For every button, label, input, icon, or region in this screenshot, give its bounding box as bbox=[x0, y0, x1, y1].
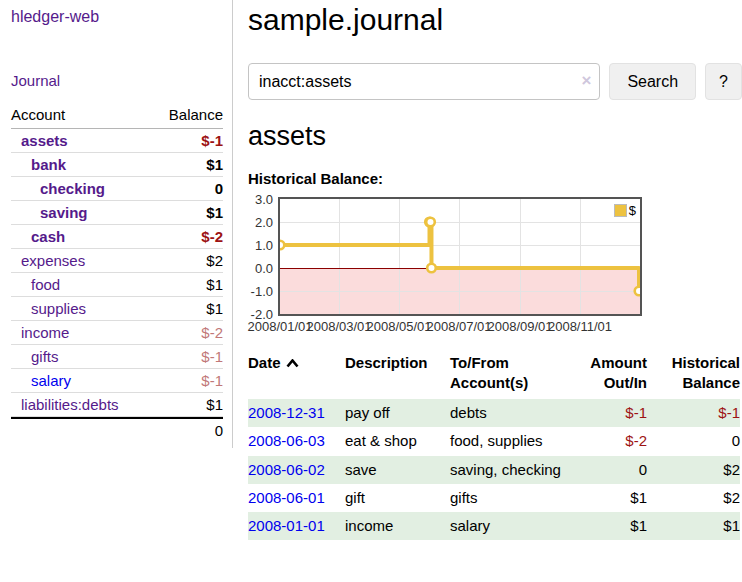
register-row: 2008-12-31 pay off debts $-1 $-1 bbox=[248, 399, 740, 427]
account-balance: $1 bbox=[206, 204, 223, 221]
register-header-date[interactable]: Date bbox=[248, 353, 345, 399]
page-title: sample.journal bbox=[248, 3, 742, 37]
account-heading: assets bbox=[248, 121, 742, 152]
x-tick-label: 2008/09/01 bbox=[487, 319, 552, 334]
register-date-link[interactable]: 2008-06-03 bbox=[248, 432, 325, 449]
data-point-marker bbox=[635, 287, 640, 296]
account-row: liabilities:debts $1 bbox=[11, 393, 223, 417]
accounts-table-rows: assets $-1 bank $1 checking 0 saving $1 … bbox=[11, 129, 223, 417]
sidebar-item-journal[interactable]: Journal bbox=[11, 72, 226, 89]
data-point-marker bbox=[426, 218, 435, 227]
register-row: 2008-01-01 income salary $1 $1 bbox=[248, 512, 740, 540]
account-link[interactable]: salary bbox=[31, 372, 71, 389]
register-date-link[interactable]: 2008-12-31 bbox=[248, 404, 325, 421]
y-tick-label: 2.0 bbox=[255, 215, 273, 230]
accounts-total: 0 bbox=[11, 417, 223, 442]
account-link[interactable]: bank bbox=[31, 156, 66, 173]
account-balance: $1 bbox=[206, 300, 223, 317]
register-balance: $-1 bbox=[647, 399, 740, 427]
account-row: saving $1 bbox=[11, 201, 223, 225]
register-description: save bbox=[345, 456, 450, 484]
register-balance: $2 bbox=[647, 484, 740, 512]
account-balance: $-1 bbox=[201, 132, 223, 149]
register-description: gift bbox=[345, 484, 450, 512]
account-link[interactable]: gifts bbox=[31, 348, 59, 365]
register-description: eat & shop bbox=[345, 427, 450, 455]
x-tick-label: 2008/03/01 bbox=[306, 319, 371, 334]
accounts-table: Account Balance assets $-1 bank $1 check… bbox=[11, 106, 223, 442]
register-header-row: Date Description To/From Account(s) Amou… bbox=[248, 353, 740, 399]
clear-search-icon[interactable]: × bbox=[581, 72, 591, 89]
account-link[interactable]: checking bbox=[40, 180, 105, 197]
account-link[interactable]: expenses bbox=[21, 252, 85, 269]
account-row: supplies $1 bbox=[11, 297, 223, 321]
register-row: 2008-06-01 gift gifts $1 $2 bbox=[248, 484, 740, 512]
sidebar: hledger-web Journal Account Balance asse… bbox=[0, 0, 233, 448]
y-tick-label: 3.0 bbox=[255, 192, 273, 207]
register-accounts: saving, checking bbox=[450, 456, 562, 484]
register-accounts: gifts bbox=[450, 484, 562, 512]
account-link[interactable]: liabilities:debts bbox=[21, 396, 119, 413]
account-row: assets $-1 bbox=[11, 129, 223, 153]
register-amount: 0 bbox=[562, 456, 647, 484]
y-tick-label: 0.0 bbox=[255, 261, 273, 276]
account-balance: 0 bbox=[215, 180, 223, 197]
account-balance: $1 bbox=[206, 156, 223, 173]
account-row: income $-2 bbox=[11, 321, 223, 345]
register-date-link[interactable]: 2008-01-01 bbox=[248, 517, 325, 534]
x-tick-label: 2008/07/01 bbox=[426, 319, 491, 334]
account-link[interactable]: supplies bbox=[31, 300, 86, 317]
accounts-table-header: Account Balance bbox=[11, 106, 223, 129]
account-row: salary $-1 bbox=[11, 369, 223, 393]
sort-ascending-icon bbox=[286, 359, 299, 368]
register-table: Date Description To/From Account(s) Amou… bbox=[248, 353, 740, 540]
register-date-link[interactable]: 2008-06-02 bbox=[248, 461, 325, 478]
register-header-date-label: Date bbox=[248, 354, 281, 371]
app-layout: hledger-web Journal Account Balance asse… bbox=[0, 0, 742, 540]
search-input[interactable] bbox=[248, 63, 600, 100]
register-description: income bbox=[345, 512, 450, 540]
account-link[interactable]: cash bbox=[31, 228, 65, 245]
search-input-wrap: × bbox=[248, 63, 600, 100]
register-row: 2008-06-02 save saving, checking 0 $2 bbox=[248, 456, 740, 484]
accounts-header-account: Account bbox=[11, 106, 65, 123]
data-point-marker bbox=[280, 241, 284, 250]
register-date-link[interactable]: 2008-06-01 bbox=[248, 489, 325, 506]
x-tick-label: 2008/01/01 bbox=[247, 319, 312, 334]
chart-legend: $ bbox=[614, 203, 636, 218]
x-tick-label: 2008/11/01 bbox=[548, 319, 612, 334]
app-title-link[interactable]: hledger-web bbox=[11, 8, 99, 26]
register-header-description: Description bbox=[345, 353, 450, 399]
account-link[interactable]: assets bbox=[21, 132, 68, 149]
account-row: checking 0 bbox=[11, 177, 223, 201]
account-link[interactable]: income bbox=[21, 324, 69, 341]
account-row: cash $-2 bbox=[11, 225, 223, 249]
legend-swatch bbox=[614, 204, 627, 217]
register-header-amount: Amount Out/In bbox=[562, 353, 647, 399]
data-point-marker bbox=[427, 264, 436, 273]
register-description: pay off bbox=[345, 399, 450, 427]
historical-balance-chart: 3.02.01.00.0-1.0-2.0 $ 2008/01/012008/03… bbox=[248, 197, 742, 337]
register-balance: $2 bbox=[647, 456, 740, 484]
balance-series bbox=[280, 199, 640, 314]
account-link[interactable]: saving bbox=[40, 204, 88, 221]
register-balance: $1 bbox=[647, 512, 740, 540]
historical-balance-label: Historical Balance: bbox=[248, 170, 742, 187]
register-amount: $-2 bbox=[562, 427, 647, 455]
chart-x-axis: 2008/01/012008/03/012008/05/012008/07/01… bbox=[248, 319, 742, 337]
account-row: food $1 bbox=[11, 273, 223, 297]
account-balance: $1 bbox=[206, 276, 223, 293]
main-content: sample.journal × Search ? assets Histori… bbox=[233, 0, 742, 540]
chart-y-axis: 3.02.01.00.0-1.0-2.0 bbox=[248, 197, 278, 316]
account-balance: $-2 bbox=[201, 228, 223, 245]
register-amount: $1 bbox=[562, 512, 647, 540]
account-link[interactable]: food bbox=[31, 276, 60, 293]
register-header-balance: Historical Balance bbox=[647, 353, 740, 399]
account-balance: $-1 bbox=[201, 372, 223, 389]
help-button[interactable]: ? bbox=[705, 63, 742, 100]
account-balance: $2 bbox=[206, 252, 223, 269]
search-form: × Search ? bbox=[248, 63, 742, 100]
chart-row: 3.02.01.00.0-1.0-2.0 $ bbox=[248, 197, 742, 316]
search-button[interactable]: Search bbox=[609, 63, 696, 100]
register-amount: $1 bbox=[562, 484, 647, 512]
